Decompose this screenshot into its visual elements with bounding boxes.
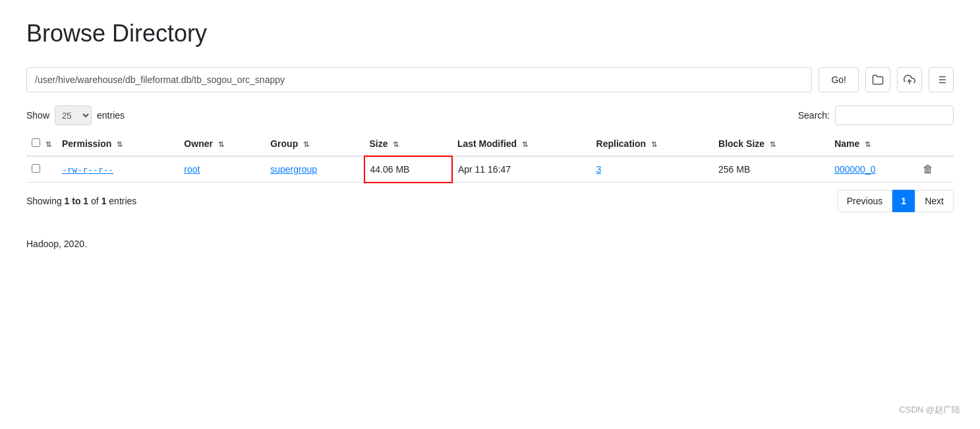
td-size: 44.06 MB [364,156,452,183]
th-replication-label: Replication [596,138,646,149]
th-actions [917,132,954,156]
upload-icon-button[interactable] [897,67,922,92]
group-link[interactable]: supergroup [270,164,317,175]
showing-range: 1 to 1 [65,196,89,206]
showing-text: Showing 1 to 1 of 1 entries [26,196,136,206]
next-button[interactable]: Next [915,190,954,212]
sort-icon-block-size[interactable]: ⇅ [770,140,776,149]
th-owner: Owner ⇅ [179,132,265,156]
select-all-checkbox[interactable] [32,138,40,147]
folder-icon-button[interactable] [865,67,890,92]
th-size-label: Size [370,138,388,149]
th-block-size-label: Block Size [718,138,764,149]
sort-icon-last-modified[interactable]: ⇅ [522,140,528,149]
th-last-modified: Last Modified ⇅ [452,132,591,156]
page-title: Browse Directory [26,20,954,47]
entries-select[interactable]: 10 25 50 100 [55,105,92,125]
th-replication: Replication ⇅ [591,132,713,156]
path-bar: Go! [26,67,954,92]
sort-icon-replication[interactable]: ⇅ [651,140,657,149]
go-button[interactable]: Go! [819,67,859,92]
list-icon-button[interactable] [929,67,954,92]
list-icon [935,74,947,86]
th-select-all: ⇅ [26,132,57,156]
sort-icon-size[interactable]: ⇅ [393,140,399,149]
sort-icon-name[interactable]: ⇅ [865,140,871,149]
replication-link[interactable]: 3 [596,164,602,175]
folder-icon [872,74,884,86]
showing-prefix: Showing [26,196,65,206]
block-size-value: 256 MB [718,164,750,175]
td-name: 000000_0 [829,156,917,183]
showing-total: 1 [101,196,107,206]
name-link[interactable]: 000000_0 [834,164,875,175]
table-header-row: ⇅ Permission ⇅ Owner ⇅ Group ⇅ Size ⇅ [26,132,954,156]
pagination: Previous 1 Next [837,190,954,212]
showing-suffix: entries [109,196,136,206]
th-permission: Permission ⇅ [57,132,179,156]
td-permission: -rw-r--r-- [57,156,179,183]
sort-icon-owner[interactable]: ⇅ [218,140,224,149]
th-name: Name ⇅ [829,132,917,156]
td-delete: 🗑 [917,156,954,183]
table-row: -rw-r--r-- root supergroup 44.06 MB Apr … [26,156,954,183]
search-input[interactable] [835,105,954,125]
upload-icon [904,74,915,86]
showing-of: of [91,196,101,206]
td-block-size: 256 MB [713,156,829,183]
footer-text: Hadoop, 2020. [26,239,954,249]
last-modified-value: Apr 11 16:47 [458,164,511,175]
sort-icon-group[interactable]: ⇅ [303,140,309,149]
watermark: CSDN @赵广陆 [899,404,960,416]
th-owner-label: Owner [184,138,213,149]
th-size: Size ⇅ [364,132,452,156]
entries-label: entries [97,110,125,121]
sort-icon-permission[interactable]: ⇅ [117,140,123,149]
th-last-modified-label: Last Modified [457,138,517,149]
search-box: Search: [798,105,954,125]
path-input[interactable] [26,67,812,92]
owner-link[interactable]: root [184,164,200,175]
footer-row: Showing 1 to 1 of 1 entries Previous 1 N… [26,190,954,212]
th-permission-label: Permission [62,138,111,149]
page-1-button[interactable]: 1 [892,190,915,212]
sort-icon-check: ⇅ [45,140,51,149]
td-last-modified: Apr 11 16:47 [452,156,591,183]
th-group-label: Group [270,138,298,149]
td-checkbox [26,156,57,183]
td-replication: 3 [591,156,713,183]
files-table: ⇅ Permission ⇅ Owner ⇅ Group ⇅ Size ⇅ [26,132,954,183]
controls-row: Show 10 25 50 100 entries Search: [26,105,954,125]
permission-link[interactable]: -rw-r--r-- [62,165,113,175]
row-checkbox[interactable] [32,164,40,173]
th-name-label: Name [834,138,859,149]
previous-button[interactable]: Previous [837,190,892,212]
delete-icon[interactable]: 🗑 [923,163,933,175]
size-value: 44.06 MB [370,164,410,175]
td-group: supergroup [265,156,364,183]
th-block-size: Block Size ⇅ [713,132,829,156]
show-entries: Show 10 25 50 100 entries [26,105,125,125]
show-label: Show [26,110,49,121]
td-owner: root [179,156,265,183]
th-group: Group ⇅ [265,132,364,156]
search-label: Search: [798,110,830,121]
